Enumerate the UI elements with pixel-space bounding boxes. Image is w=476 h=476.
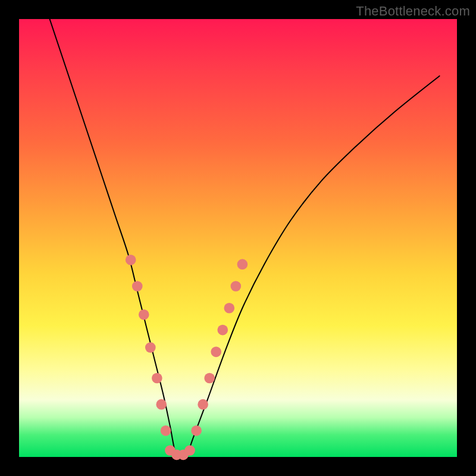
highlight-dot [152,373,162,384]
chart-frame: TheBottleneck.com [0,0,476,476]
highlight-dot [145,342,156,353]
highlight-dot [204,373,215,384]
plot-area [19,19,457,457]
highlight-dot [161,425,171,436]
highlight-dot [139,309,149,320]
highlight-dots-group [126,255,248,460]
watermark-text: TheBottleneck.com [356,4,470,19]
highlight-dot [156,399,167,410]
highlight-dot [191,425,202,436]
highlight-dot [224,303,234,314]
highlight-dot [237,259,248,270]
highlight-dot [217,325,228,336]
highlight-dot [198,399,208,410]
curve-layer [19,19,457,457]
highlight-dot [211,347,221,358]
highlight-dot [132,281,143,292]
highlight-dot [184,445,195,456]
highlight-dot [126,255,136,265]
bottleneck-curve [50,19,440,461]
highlight-dot [230,281,241,292]
